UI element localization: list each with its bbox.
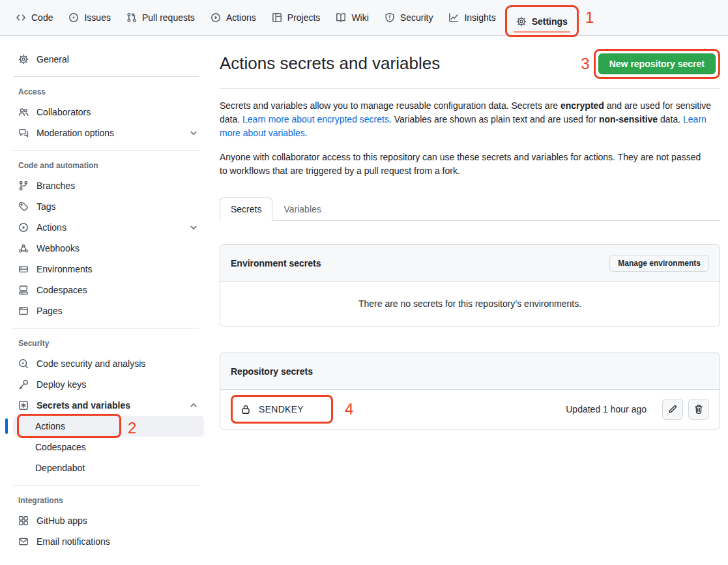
sidebar-item-secrets-and-variables[interactable]: Secrets and variables bbox=[13, 395, 204, 416]
sidebar-item-pages[interactable]: Pages bbox=[13, 300, 204, 321]
sidebar-item-collaborators[interactable]: Collaborators bbox=[13, 102, 204, 123]
play-icon bbox=[211, 12, 221, 23]
secret-row: SENDKEY 4 Updated 1 hour ago bbox=[220, 390, 720, 429]
lock-icon bbox=[240, 404, 251, 414]
repo-nav: Code Issues Pull requests Actions Projec… bbox=[0, 0, 728, 36]
pull-request-icon bbox=[126, 12, 137, 23]
annotation-box-3: New repository secret bbox=[594, 49, 720, 79]
codespaces-icon bbox=[18, 285, 29, 295]
graph-icon bbox=[448, 12, 459, 23]
mail-icon bbox=[18, 536, 29, 547]
sidebar-item-moderation-options[interactable]: Moderation options bbox=[13, 123, 204, 143]
gear-icon bbox=[516, 16, 527, 27]
sidebar-item-environments[interactable]: Environments bbox=[13, 259, 204, 280]
tab-security-label: Security bbox=[400, 12, 433, 23]
tab-actions[interactable]: Actions bbox=[204, 0, 263, 35]
tab-actions-label: Actions bbox=[226, 12, 256, 23]
annotation-box-1: Settings bbox=[505, 5, 579, 37]
sidebar-item-email-notifications[interactable]: Email notifications bbox=[13, 531, 204, 552]
sidebar-item-github-apps[interactable]: GitHub apps bbox=[13, 510, 204, 531]
collaborator-access-paragraph: Anyone with collaborator access to this … bbox=[220, 151, 702, 178]
page-title: Actions secrets and variables bbox=[220, 53, 440, 74]
sidebar-subitem-codespaces[interactable]: Codespaces bbox=[13, 437, 204, 457]
intro-paragraph: Secrets and variables allow you to manag… bbox=[220, 99, 715, 140]
settings-sidebar: General Access Collaborators Moderation … bbox=[0, 36, 209, 565]
tab-code[interactable]: Code bbox=[9, 0, 59, 35]
sidebar-section-code-automation: Code and automation bbox=[10, 161, 204, 170]
annotation-number-1: 1 bbox=[585, 10, 594, 25]
tab-settings-label: Settings bbox=[532, 16, 568, 27]
browser-icon bbox=[18, 306, 29, 316]
git-branch-icon bbox=[18, 181, 29, 191]
annotation-box-2 bbox=[17, 414, 121, 438]
main-content: Actions secrets and variables 3 New repo… bbox=[209, 36, 728, 565]
shield-icon bbox=[385, 12, 395, 23]
sidebar-section-security: Security bbox=[10, 339, 204, 348]
code-icon bbox=[16, 12, 26, 23]
book-icon bbox=[336, 12, 346, 23]
environment-secrets-box: Environment secrets Manage environments … bbox=[220, 244, 720, 326]
tab-issues-label: Issues bbox=[84, 12, 110, 23]
sidebar-divider bbox=[13, 485, 199, 485]
trash-icon bbox=[693, 404, 704, 414]
sidebar-divider bbox=[13, 328, 199, 328]
tab-pull-requests-label: Pull requests bbox=[142, 12, 195, 23]
tab-issues[interactable]: Issues bbox=[62, 0, 117, 35]
tag-icon bbox=[18, 201, 29, 212]
comment-discussion-icon bbox=[18, 128, 29, 138]
play-icon bbox=[18, 222, 29, 233]
gear-icon bbox=[18, 54, 29, 65]
secret-name: SENDKEY bbox=[259, 404, 304, 414]
sidebar-item-codespaces[interactable]: Codespaces bbox=[13, 280, 204, 300]
key-asterisk-icon bbox=[18, 400, 29, 411]
tab-projects[interactable]: Projects bbox=[265, 0, 327, 35]
sidebar-item-tags[interactable]: Tags bbox=[13, 196, 204, 217]
sidebar-item-actions[interactable]: Actions bbox=[13, 217, 204, 238]
issue-icon bbox=[68, 12, 79, 23]
annotation-number-3: 3 bbox=[581, 56, 589, 72]
sidebar-item-general[interactable]: General bbox=[13, 49, 204, 70]
sidebar-section-access: Access bbox=[10, 87, 204, 96]
chevron-up-icon bbox=[188, 400, 199, 411]
project-icon bbox=[272, 12, 282, 23]
sidebar-subitem-dependabot[interactable]: Dependabot bbox=[13, 457, 204, 478]
annotation-box-4: SENDKEY bbox=[231, 395, 333, 424]
sidebar-section-integrations: Integrations bbox=[10, 496, 204, 505]
sidebar-item-deploy-keys[interactable]: Deploy keys bbox=[13, 374, 204, 395]
chevron-down-icon bbox=[188, 128, 199, 138]
repository-secrets-box: Repository secrets SENDKEY 4 Updated 1 h… bbox=[220, 353, 720, 429]
tab-pull-requests[interactable]: Pull requests bbox=[120, 0, 201, 35]
sidebar-item-code-security[interactable]: Code security and analysis bbox=[13, 353, 204, 374]
manage-environments-button[interactable]: Manage environments bbox=[609, 255, 709, 272]
environment-secrets-title: Environment secrets bbox=[231, 258, 321, 268]
secret-updated-text: Updated 1 hour ago bbox=[566, 404, 647, 414]
tab-variables[interactable]: Variables bbox=[272, 197, 332, 221]
encrypted-secrets-link[interactable]: Learn more about encrypted secrets bbox=[242, 114, 389, 124]
annotation-number-4: 4 bbox=[345, 401, 353, 417]
apps-icon bbox=[18, 515, 29, 526]
page-divider bbox=[220, 88, 720, 89]
server-icon bbox=[18, 264, 29, 274]
active-indicator-bar bbox=[5, 418, 8, 434]
sidebar-item-webhooks[interactable]: Webhooks bbox=[13, 238, 204, 259]
delete-secret-button[interactable] bbox=[688, 399, 709, 420]
tab-projects-label: Projects bbox=[287, 12, 321, 23]
repository-secrets-title: Repository secrets bbox=[231, 366, 313, 377]
sidebar-divider bbox=[13, 76, 199, 77]
new-repository-secret-button[interactable]: New repository secret bbox=[598, 53, 716, 74]
secrets-variables-tabnav: Secrets Variables bbox=[220, 197, 720, 221]
sidebar-item-branches[interactable]: Branches bbox=[13, 175, 204, 196]
chevron-down-icon bbox=[188, 222, 199, 233]
tab-secrets[interactable]: Secrets bbox=[220, 197, 272, 221]
tab-insights[interactable]: Insights bbox=[442, 0, 502, 35]
tab-settings[interactable]: Settings bbox=[510, 7, 574, 35]
tab-security[interactable]: Security bbox=[378, 0, 440, 35]
tab-insights-label: Insights bbox=[464, 12, 495, 23]
codescan-icon bbox=[18, 358, 29, 369]
edit-secret-button[interactable] bbox=[662, 399, 683, 420]
people-icon bbox=[18, 107, 29, 117]
sidebar-subitem-actions[interactable]: Actions 2 bbox=[13, 416, 204, 437]
tab-wiki[interactable]: Wiki bbox=[329, 0, 375, 35]
tab-wiki-label: Wiki bbox=[351, 12, 368, 23]
environment-secrets-empty-text: There are no secrets for this repository… bbox=[220, 282, 720, 326]
